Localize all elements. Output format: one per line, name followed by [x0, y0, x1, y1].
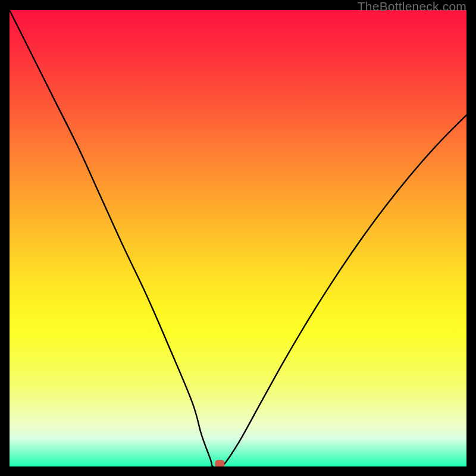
- plot-area: [10, 10, 466, 466]
- optimum-marker: [215, 460, 224, 466]
- bottleneck-curve: [10, 10, 466, 466]
- chart-frame: TheBottleneck.com: [0, 0, 476, 476]
- watermark-text: TheBottleneck.com: [358, 0, 466, 14]
